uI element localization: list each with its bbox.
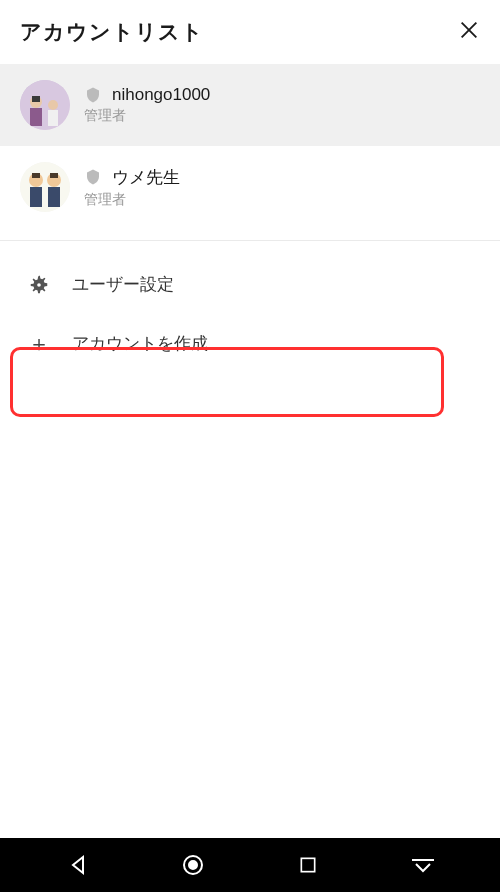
svg-point-7: [48, 100, 58, 110]
account-row: nihongo1000: [84, 85, 210, 105]
svg-rect-10: [32, 173, 40, 178]
android-nav-bar: [0, 838, 500, 892]
plus-icon: ＋: [28, 333, 50, 355]
back-icon: [66, 853, 90, 877]
menu-label: ユーザー設定: [72, 273, 174, 296]
menu-section: ユーザー設定 ＋ アカウントを作成: [0, 241, 500, 373]
svg-point-16: [189, 861, 197, 869]
avatar: [20, 80, 70, 130]
recent-button[interactable]: [294, 851, 322, 879]
dropdown-button[interactable]: [409, 851, 437, 879]
shield-icon: [84, 85, 102, 105]
account-role: 管理者: [84, 191, 180, 209]
recent-icon: [298, 855, 318, 875]
account-name: ウメ先生: [112, 166, 180, 189]
svg-rect-6: [48, 110, 58, 126]
header: アカウントリスト: [0, 0, 500, 64]
account-name: nihongo1000: [112, 85, 210, 105]
account-row: ウメ先生: [84, 166, 180, 189]
svg-rect-13: [50, 173, 58, 178]
account-info: nihongo1000 管理者: [84, 85, 210, 125]
create-account-button[interactable]: ＋ アカウントを作成: [0, 314, 500, 373]
svg-rect-17: [301, 858, 314, 871]
chevron-down-icon: [410, 855, 436, 875]
user-settings-button[interactable]: ユーザー設定: [0, 255, 500, 314]
svg-rect-14: [48, 187, 60, 207]
account-item-0[interactable]: nihongo1000 管理者: [0, 64, 500, 146]
svg-rect-11: [30, 187, 42, 207]
home-icon: [181, 853, 205, 877]
page-title: アカウントリスト: [20, 18, 204, 46]
svg-point-8: [20, 162, 70, 212]
account-item-1[interactable]: ウメ先生 管理者: [0, 146, 500, 228]
account-role: 管理者: [84, 107, 210, 125]
close-button[interactable]: [458, 19, 480, 45]
account-info: ウメ先生 管理者: [84, 166, 180, 209]
home-button[interactable]: [179, 851, 207, 879]
back-button[interactable]: [64, 851, 92, 879]
shield-icon: [84, 167, 102, 187]
svg-rect-3: [30, 108, 42, 126]
menu-label: アカウントを作成: [72, 332, 208, 355]
svg-rect-5: [32, 96, 40, 102]
close-icon: [458, 19, 480, 41]
svg-point-2: [20, 80, 70, 130]
gear-icon: [28, 274, 50, 296]
avatar: [20, 162, 70, 212]
